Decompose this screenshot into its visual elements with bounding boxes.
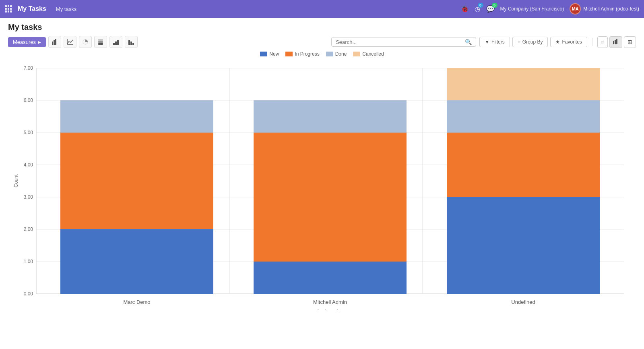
groupby-icon: ≡ bbox=[518, 39, 520, 45]
filter-group: ▼ Filters ≡ Group By ★ Favorites bbox=[479, 37, 587, 47]
y-axis-label: Count bbox=[13, 174, 19, 187]
chart-view-icon bbox=[613, 39, 619, 44]
chat-badge: 5 bbox=[492, 3, 497, 8]
left-toolbar: Measures ▶ bbox=[8, 36, 138, 48]
ytick-6: 6.00 bbox=[24, 98, 33, 103]
svg-rect-16 bbox=[615, 40, 616, 44]
nav-right: 🐞 ◷ 8 💬 5 My Company (San Francisco) MA … bbox=[460, 3, 639, 15]
svg-rect-7 bbox=[98, 41, 103, 43]
bar-undefined-done[interactable] bbox=[447, 100, 600, 133]
avatar-initials: MA bbox=[572, 6, 579, 11]
chart-view-button[interactable] bbox=[609, 36, 622, 48]
chart-container: New In Progress Done Cancelled bbox=[0, 51, 644, 319]
legend-color-done bbox=[326, 52, 333, 56]
svg-rect-6 bbox=[98, 39, 103, 41]
svg-rect-15 bbox=[613, 41, 614, 44]
toolbar-row: Measures ▶ bbox=[0, 36, 644, 48]
star-icon: ★ bbox=[555, 39, 560, 45]
svg-rect-12 bbox=[128, 40, 130, 45]
list-view-button[interactable]: ≡ bbox=[597, 36, 608, 48]
svg-rect-10 bbox=[115, 42, 117, 45]
company-selector[interactable]: My Company (San Francisco) bbox=[500, 6, 564, 12]
legend-item-cancelled: Cancelled bbox=[353, 51, 384, 57]
clock-icon-btn[interactable]: ◷ 8 bbox=[475, 5, 481, 13]
sort-asc-button[interactable] bbox=[109, 36, 122, 48]
legend-label-inprogress: In Progress bbox=[295, 51, 319, 57]
bar-marc-inprogress[interactable] bbox=[60, 133, 213, 229]
pie-chart-button[interactable] bbox=[79, 36, 92, 48]
stacked-chart-icon bbox=[98, 39, 103, 45]
chart-legend: New In Progress Done Cancelled bbox=[8, 51, 636, 57]
settings-icon-btn[interactable]: 🐞 bbox=[460, 5, 469, 13]
ytick-2: 2.00 bbox=[24, 226, 33, 232]
sort-asc-icon bbox=[113, 39, 119, 45]
bar-chart-svg: 7.00 6.00 5.00 4.00 3.00 2.00 1.00 0.00 … bbox=[8, 60, 636, 310]
xlabel-marc: Marc Demo bbox=[123, 299, 150, 305]
user-menu[interactable]: MA Mitchell Admin (odoo-test) bbox=[570, 3, 639, 15]
bar-chart-icon bbox=[52, 39, 58, 45]
search-bar: 🔍 bbox=[331, 37, 476, 47]
bar-chart-button[interactable] bbox=[48, 36, 61, 48]
page-title: My tasks bbox=[8, 23, 636, 32]
table-view-button[interactable]: ⊞ bbox=[624, 36, 636, 48]
ytick-4: 4.00 bbox=[24, 162, 33, 168]
search-icon: 🔍 bbox=[465, 39, 472, 45]
legend-color-new bbox=[260, 52, 267, 56]
ytick-3: 3.00 bbox=[24, 194, 33, 200]
chat-icon-btn[interactable]: 💬 5 bbox=[486, 5, 495, 13]
xlabel-mitchell: Mitchell Admin bbox=[313, 299, 347, 305]
stacked-chart-button[interactable] bbox=[94, 36, 107, 48]
filter-icon: ▼ bbox=[485, 39, 489, 45]
line-chart-button[interactable] bbox=[64, 36, 76, 48]
app-title: My Tasks bbox=[18, 5, 46, 12]
nav-left: My Tasks My tasks bbox=[5, 5, 76, 12]
bar-undefined-inprogress[interactable] bbox=[447, 133, 600, 197]
sort-desc-icon bbox=[128, 39, 134, 45]
bar-mitchell-inprogress[interactable] bbox=[254, 133, 407, 262]
svg-rect-1 bbox=[54, 40, 55, 45]
groupby-button[interactable]: ≡ Group By bbox=[512, 37, 548, 47]
pie-chart-icon bbox=[83, 39, 88, 45]
bar-marc-new[interactable] bbox=[60, 229, 213, 294]
measures-label: Measures bbox=[13, 39, 36, 45]
svg-rect-11 bbox=[117, 40, 119, 45]
filters-button[interactable]: ▼ Filters bbox=[479, 37, 510, 47]
svg-rect-17 bbox=[616, 39, 617, 44]
svg-rect-0 bbox=[52, 42, 53, 45]
search-input[interactable] bbox=[336, 39, 465, 45]
svg-rect-13 bbox=[130, 42, 132, 45]
filters-label: Filters bbox=[491, 39, 505, 45]
legend-color-cancelled bbox=[353, 52, 360, 56]
legend-item-new: New bbox=[260, 51, 279, 57]
app-menu-icon[interactable] bbox=[5, 5, 12, 12]
bar-mitchell-new[interactable] bbox=[254, 262, 407, 294]
top-navigation: My Tasks My tasks 🐞 ◷ 8 💬 5 My Company (… bbox=[0, 0, 644, 18]
sort-desc-button[interactable] bbox=[125, 36, 138, 48]
line-chart-icon bbox=[67, 39, 73, 45]
ytick-0: 0.00 bbox=[24, 291, 33, 297]
favorites-button[interactable]: ★ Favorites bbox=[550, 37, 587, 47]
user-name: Mitchell Admin (odoo-test) bbox=[583, 6, 639, 12]
ytick-1: 1.00 bbox=[24, 259, 33, 264]
bar-marc-done[interactable] bbox=[60, 100, 213, 133]
legend-color-inprogress bbox=[285, 52, 293, 56]
svg-rect-2 bbox=[55, 39, 56, 45]
page-header: My tasks bbox=[0, 18, 644, 32]
svg-rect-14 bbox=[132, 43, 134, 45]
view-switcher: ≡ ⊞ bbox=[597, 36, 636, 48]
ytick-5: 5.00 bbox=[24, 130, 33, 135]
bar-undefined-cancelled[interactable] bbox=[447, 68, 600, 100]
x-axis-label: Assigned to bbox=[316, 308, 344, 310]
current-view-link[interactable]: My tasks bbox=[56, 6, 76, 12]
favorites-label: Favorites bbox=[562, 39, 582, 45]
bar-mitchell-done[interactable] bbox=[254, 100, 407, 133]
legend-label-done: Done bbox=[335, 51, 347, 57]
toolbar-divider bbox=[592, 38, 592, 46]
measures-arrow: ▶ bbox=[38, 40, 41, 44]
measures-button[interactable]: Measures ▶ bbox=[8, 37, 46, 47]
settings-icon: 🐞 bbox=[460, 5, 469, 13]
legend-item-inprogress: In Progress bbox=[285, 51, 319, 57]
legend-label-cancelled: Cancelled bbox=[362, 51, 384, 57]
bar-undefined-new[interactable] bbox=[447, 197, 600, 294]
legend-item-done: Done bbox=[326, 51, 347, 57]
